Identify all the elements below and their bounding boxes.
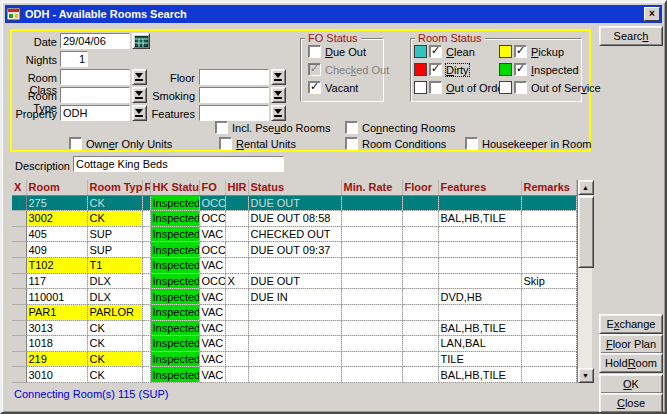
col-header-hir[interactable]: HIR: [225, 180, 248, 195]
pickup-checkbox[interactable]: Pickup: [499, 45, 564, 58]
cell-status: [248, 367, 341, 383]
vertical-scrollbar[interactable]: ▲ ▼: [577, 180, 593, 383]
inspected-checkbox[interactable]: Inspected: [499, 63, 579, 76]
cell-floor: [402, 304, 438, 320]
floor-dropdown-button[interactable]: [271, 69, 286, 85]
cell-room-type: CK: [87, 195, 142, 211]
cell-floor: [402, 195, 438, 211]
table-row[interactable]: 3010CKInspectedVACBAL,HB,TILE: [12, 367, 576, 383]
owner-only-units-checkbox[interactable]: Owner Only Units: [69, 137, 172, 150]
table-row[interactable]: 405SUPInspectedVACCHECKED OUT: [12, 226, 576, 242]
table-row[interactable]: 3002CKInspectedOCCDUE OUT 08:58BAL,HB,TI…: [12, 211, 576, 227]
table-row[interactable]: 409SUPInspectedOCCDUE OUT 09:37: [12, 242, 576, 258]
col-header-fo[interactable]: FO: [199, 180, 225, 195]
row-selector-cell[interactable]: [12, 242, 26, 258]
smoking-input[interactable]: [199, 87, 269, 103]
row-selector-cell[interactable]: [12, 273, 26, 289]
cell-status: DUE OUT 08:58: [248, 211, 341, 227]
arrow-down-icon: ▼: [582, 372, 589, 379]
date-input[interactable]: [60, 33, 130, 49]
row-selector-cell[interactable]: [12, 367, 26, 383]
table-row[interactable]: 3013CKInspectedVACBAL,HB,TILE: [12, 320, 576, 336]
row-selector-cell[interactable]: [12, 336, 26, 352]
col-header-status[interactable]: Status: [248, 180, 341, 195]
smoking-dropdown-button[interactable]: [271, 87, 286, 103]
calendar-button[interactable]: [132, 33, 150, 49]
housekeeper-in-room-checkbox[interactable]: Housekeeper in Room: [465, 137, 591, 150]
scrollbar-thumb[interactable]: [578, 196, 594, 268]
features-label: Features: [145, 108, 195, 120]
connecting-rooms-checkbox[interactable]: Connecting Rooms: [345, 121, 456, 134]
row-selector-cell[interactable]: [12, 258, 26, 274]
room-class-input[interactable]: [60, 69, 130, 85]
table-row[interactable]: 275CKInspectedOCCDUE OUT: [12, 195, 576, 211]
close-button[interactable]: ×: [644, 7, 660, 21]
table-row[interactable]: T102T1InspectedVAC: [12, 258, 576, 274]
exchange-button[interactable]: Exchange: [599, 314, 663, 334]
room-type-input[interactable]: [60, 87, 130, 103]
search-button[interactable]: Search: [599, 26, 663, 46]
table-row[interactable]: 1018CKInspectedVACLAN,BAL: [12, 336, 576, 352]
row-selector-cell[interactable]: [12, 211, 26, 227]
close-button-bottom[interactable]: Close: [599, 393, 663, 413]
cell-fo: VAC: [199, 367, 225, 383]
col-header-hk-status[interactable]: HK Status: [150, 180, 199, 195]
cell-r: [142, 195, 150, 211]
dropdown-icon: [274, 109, 283, 117]
row-selector-cell[interactable]: [12, 289, 26, 305]
row-selector-cell[interactable]: [12, 195, 26, 211]
clean-checkbox[interactable]: Clean: [414, 45, 475, 58]
available-rooms-search-window: ODH - Available Rooms Search × Date Nigh…: [0, 0, 667, 414]
features-dropdown-button[interactable]: [271, 105, 286, 121]
floor-input[interactable]: [199, 69, 269, 85]
cell-min-rate: [341, 289, 402, 305]
row-selector-cell[interactable]: [12, 304, 26, 320]
table-row[interactable]: 110001DLXInspectedVACDUE INDVD,HB: [12, 289, 576, 305]
room-conditions-checkbox[interactable]: Room Conditions: [345, 137, 446, 150]
cell-min-rate: [341, 320, 402, 336]
checkbox-label: Due Out: [325, 46, 366, 58]
vacant-checkbox[interactable]: Vacant: [308, 81, 358, 94]
out-of-service-checkbox[interactable]: Out of Service: [499, 81, 601, 94]
scroll-up-button[interactable]: ▲: [578, 180, 594, 195]
cell-room: 3013: [26, 320, 87, 336]
cell-fo: OCC: [199, 211, 225, 227]
floor-plan-button[interactable]: Floor Plan: [599, 334, 663, 354]
col-header-features[interactable]: Features: [438, 180, 521, 195]
col-header-r[interactable]: R: [142, 180, 150, 195]
cell-floor: [402, 367, 438, 383]
col-header-x[interactable]: X: [12, 180, 26, 195]
dirty-checkbox[interactable]: Dirty: [414, 63, 469, 76]
col-header-room[interactable]: Room: [26, 180, 87, 195]
checkbox-label: Clean: [446, 46, 475, 58]
row-selector-cell[interactable]: [12, 351, 26, 367]
description-input[interactable]: [73, 156, 284, 172]
col-header-min-rate[interactable]: Min. Rate: [341, 180, 402, 195]
cell-r: [142, 258, 150, 274]
nights-input[interactable]: [60, 51, 88, 67]
cell-status: [248, 351, 341, 367]
hold-room-button[interactable]: Hold Room: [599, 353, 663, 373]
table-row[interactable]: PAR1PARLORInspectedVAC: [12, 304, 576, 320]
ok-button[interactable]: OK: [599, 374, 663, 394]
checked-out-checkbox[interactable]: Checked Out: [308, 63, 389, 76]
col-header-remarks[interactable]: Remarks: [521, 180, 576, 195]
row-selector-cell[interactable]: [12, 226, 26, 242]
cell-room-type: SUP: [87, 242, 142, 258]
row-selector-cell[interactable]: [12, 320, 26, 336]
col-header-floor[interactable]: Floor: [402, 180, 438, 195]
out-of-order-checkbox[interactable]: Out of Order: [414, 81, 507, 94]
scroll-down-button[interactable]: ▼: [578, 368, 594, 383]
cell-fo: VAC: [199, 351, 225, 367]
features-input[interactable]: [199, 105, 269, 121]
cell-features: BAL,HB,TILE: [438, 367, 521, 383]
property-input[interactable]: [60, 105, 130, 121]
col-header-room-type[interactable]: Room Type: [87, 180, 142, 195]
cell-hir: [225, 304, 248, 320]
checkbox-box: [215, 121, 228, 134]
table-row[interactable]: 219CKInspectedVACTILE: [12, 351, 576, 367]
rental-units-checkbox[interactable]: Rental Units: [219, 137, 296, 150]
due-out-checkbox[interactable]: Due Out: [308, 45, 366, 58]
incl-pseudo-rooms-checkbox[interactable]: Incl. Pseudo Rooms: [215, 121, 330, 134]
table-row[interactable]: 117DLXInspectedOCCXDUE OUTSkip: [12, 273, 576, 289]
